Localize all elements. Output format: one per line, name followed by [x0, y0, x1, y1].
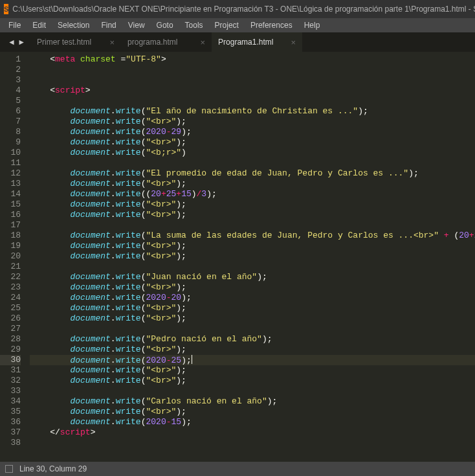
code-line[interactable]: [30, 438, 475, 448]
tab-label: Primer test.html: [37, 38, 91, 47]
tab-label: Programa1.html: [218, 38, 273, 47]
code-line[interactable]: [30, 220, 475, 231]
menu-item-project[interactable]: Project: [209, 21, 245, 30]
code-line[interactable]: [30, 75, 475, 85]
code-line[interactable]: document.write("Juan nació en el año");: [30, 272, 475, 282]
code-line[interactable]: document.write("<br>");: [30, 365, 475, 376]
tab-label: programa.html: [127, 38, 177, 47]
line-number: 15: [0, 199, 21, 210]
code-area[interactable]: <meta charset ="UTF-8"> <script> documen…: [30, 52, 475, 462]
tab-nav-arrows[interactable]: ◄ ►: [3, 38, 30, 47]
code-line[interactable]: document.write(2020-20);: [30, 293, 475, 303]
code-line[interactable]: document.write("<br>");: [30, 303, 475, 313]
line-number: 37: [0, 427, 21, 438]
line-number: 23: [0, 282, 21, 293]
line-number: 13: [0, 179, 21, 189]
menu-item-file[interactable]: File: [3, 21, 27, 30]
code-line[interactable]: document.write("La suma de las edades de…: [30, 231, 475, 241]
line-number: 17: [0, 220, 21, 231]
line-number: 8: [0, 127, 21, 137]
code-line[interactable]: document.write("<br>");: [30, 376, 475, 386]
line-number: 20: [0, 251, 21, 262]
code-line[interactable]: [30, 65, 475, 75]
status-bar: Line 30, Column 29: [0, 462, 475, 476]
line-number: 31: [0, 365, 21, 376]
cursor: [192, 355, 192, 364]
code-line[interactable]: [30, 158, 475, 168]
line-number: 11: [0, 158, 21, 168]
title-bar: S C:\Users\st\Downloads\Oracle NEXT ONE\…: [0, 0, 475, 18]
line-number: 19: [0, 241, 21, 251]
line-number: 1: [0, 54, 21, 65]
close-icon[interactable]: ×: [280, 38, 296, 47]
line-number: 33: [0, 386, 21, 396]
code-line[interactable]: document.write(2020-25);: [30, 355, 475, 365]
code-line[interactable]: [30, 96, 475, 106]
code-line[interactable]: <meta charset ="UTF-8">: [30, 54, 475, 65]
line-number: 4: [0, 85, 21, 96]
code-line[interactable]: document.write(2020-15);: [30, 417, 475, 427]
code-line[interactable]: document.write("<br>");: [30, 179, 475, 189]
line-number: 18: [0, 231, 21, 241]
line-number: 35: [0, 407, 21, 417]
line-number: 9: [0, 137, 21, 148]
code-line[interactable]: document.write((20+25+15)/3);: [30, 189, 475, 199]
tab-programa-html[interactable]: programa.html×: [121, 32, 212, 52]
line-number: 21: [0, 262, 21, 272]
tab-primer-test-html[interactable]: Primer test.html×: [30, 32, 121, 52]
line-number: 14: [0, 189, 21, 199]
line-number: 26: [0, 313, 21, 324]
close-icon[interactable]: ×: [189, 38, 206, 47]
code-line[interactable]: document.write("<br>");: [30, 199, 475, 210]
code-line[interactable]: </script>: [30, 427, 475, 438]
close-icon[interactable]: ×: [98, 38, 115, 47]
line-number: 10: [0, 148, 21, 158]
code-line[interactable]: document.write(2020-29);: [30, 127, 475, 137]
code-line[interactable]: <script>: [30, 85, 475, 96]
line-number: 2: [0, 65, 21, 75]
menu-item-selection[interactable]: Selection: [52, 21, 95, 30]
code-line[interactable]: document.write("<br>");: [30, 313, 475, 324]
code-line[interactable]: document.write("<br>");: [30, 345, 475, 355]
panel-toggle-icon[interactable]: [5, 465, 13, 473]
window-title: C:\Users\st\Downloads\Oracle NEXT ONE\Pr…: [12, 5, 475, 14]
code-line[interactable]: document.write("<br>");: [30, 241, 475, 251]
code-line[interactable]: document.write("El promedio de edad de J…: [30, 168, 475, 179]
line-number: 16: [0, 210, 21, 220]
line-number: 25: [0, 303, 21, 313]
tab-programa1-html[interactable]: Programa1.html×: [212, 32, 302, 52]
menu-bar: FileEditSelectionFindViewGotoToolsProjec…: [0, 18, 475, 32]
line-number: 36: [0, 417, 21, 427]
code-line[interactable]: [30, 262, 475, 272]
line-number: 32: [0, 376, 21, 386]
code-line[interactable]: document.write("<br>");: [30, 137, 475, 148]
line-number: 22: [0, 272, 21, 282]
line-number-gutter: 1234567891011121314151617181920212223242…: [0, 52, 30, 462]
code-line[interactable]: document.write("<br>");: [30, 282, 475, 293]
code-line[interactable]: document.write("El año de nacimiento de …: [30, 106, 475, 117]
code-line[interactable]: document.write("Pedro nació en el año");: [30, 334, 475, 345]
line-number: 27: [0, 324, 21, 334]
line-number: 29: [0, 345, 21, 355]
menu-item-help[interactable]: Help: [298, 21, 326, 30]
menu-item-tools[interactable]: Tools: [179, 21, 209, 30]
line-number: 24: [0, 293, 21, 303]
code-line[interactable]: document.write("<br>");: [30, 117, 475, 127]
menu-item-preferences[interactable]: Preferences: [245, 21, 298, 30]
code-editor[interactable]: 1234567891011121314151617181920212223242…: [0, 52, 475, 462]
code-line[interactable]: document.write("Carlos nació en el año")…: [30, 396, 475, 407]
line-number: 6: [0, 106, 21, 117]
code-line[interactable]: document.write("<br>");: [30, 251, 475, 262]
code-line[interactable]: document.write("<br>");: [30, 407, 475, 417]
code-line[interactable]: [30, 324, 475, 334]
menu-item-find[interactable]: Find: [95, 21, 122, 30]
menu-item-goto[interactable]: Goto: [151, 21, 179, 30]
code-line[interactable]: document.write("<b;r>"): [30, 148, 475, 158]
line-number: 7: [0, 117, 21, 127]
line-number: 30: [0, 355, 21, 365]
menu-item-edit[interactable]: Edit: [27, 21, 52, 30]
code-line[interactable]: document.write("<br>");: [30, 210, 475, 220]
menu-item-view[interactable]: View: [122, 21, 151, 30]
line-number: 28: [0, 334, 21, 345]
code-line[interactable]: [30, 386, 475, 396]
